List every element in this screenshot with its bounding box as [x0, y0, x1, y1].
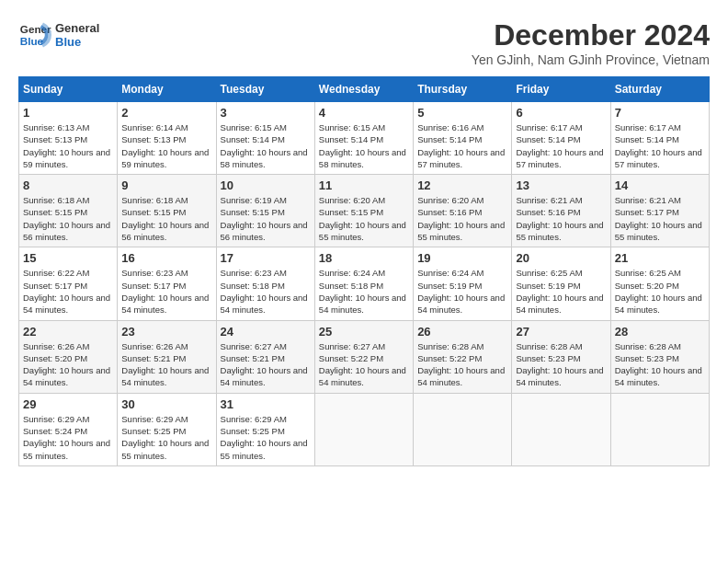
table-row: 14Sunrise: 6:21 AMSunset: 5:17 PMDayligh…	[610, 175, 709, 247]
calendar-week-5: 29Sunrise: 6:29 AMSunset: 5:24 PMDayligh…	[19, 393, 710, 465]
table-row: 9Sunrise: 6:18 AMSunset: 5:15 PMDaylight…	[118, 175, 216, 247]
calendar-week-2: 8Sunrise: 6:18 AMSunset: 5:15 PMDaylight…	[19, 175, 710, 247]
table-row: 15Sunrise: 6:22 AMSunset: 5:17 PMDayligh…	[19, 247, 118, 320]
table-row: 8Sunrise: 6:18 AMSunset: 5:15 PMDaylight…	[19, 175, 118, 247]
location-title: Yen GJinh, Nam GJinh Province, Vietnam	[472, 52, 710, 67]
col-thursday: Thursday	[414, 77, 512, 102]
table-row: 27Sunrise: 6:28 AMSunset: 5:23 PMDayligh…	[512, 320, 610, 393]
table-row: 3Sunrise: 6:15 AMSunset: 5:14 PMDaylight…	[216, 102, 314, 175]
table-row	[414, 393, 512, 465]
calendar-week-3: 15Sunrise: 6:22 AMSunset: 5:17 PMDayligh…	[19, 247, 710, 320]
table-row: 20Sunrise: 6:25 AMSunset: 5:19 PMDayligh…	[512, 247, 610, 320]
table-row: 7Sunrise: 6:17 AMSunset: 5:14 PMDaylight…	[610, 102, 709, 175]
logo: General Blue General Blue	[18, 18, 99, 52]
col-monday: Monday	[118, 77, 216, 102]
table-row: 28Sunrise: 6:28 AMSunset: 5:23 PMDayligh…	[610, 320, 709, 393]
table-row: 25Sunrise: 6:27 AMSunset: 5:22 PMDayligh…	[314, 320, 413, 393]
col-sunday: Sunday	[19, 77, 118, 102]
table-row: 2Sunrise: 6:14 AMSunset: 5:13 PMDaylight…	[118, 102, 216, 175]
table-row: 26Sunrise: 6:28 AMSunset: 5:22 PMDayligh…	[414, 320, 512, 393]
logo-text: General Blue	[55, 21, 99, 49]
table-row: 21Sunrise: 6:25 AMSunset: 5:20 PMDayligh…	[610, 247, 709, 320]
table-row	[512, 393, 610, 465]
calendar-week-4: 22Sunrise: 6:26 AMSunset: 5:20 PMDayligh…	[19, 320, 710, 393]
table-row: 29Sunrise: 6:29 AMSunset: 5:24 PMDayligh…	[19, 393, 118, 465]
logo-icon: General Blue	[18, 18, 51, 52]
table-row: 12Sunrise: 6:20 AMSunset: 5:16 PMDayligh…	[414, 175, 512, 247]
table-row: 31Sunrise: 6:29 AMSunset: 5:25 PMDayligh…	[216, 393, 314, 465]
table-row: 23Sunrise: 6:26 AMSunset: 5:21 PMDayligh…	[118, 320, 216, 393]
logo-line1: General	[55, 21, 99, 35]
table-row: 11Sunrise: 6:20 AMSunset: 5:15 PMDayligh…	[314, 175, 413, 247]
col-friday: Friday	[512, 77, 610, 102]
calendar-table: Sunday Monday Tuesday Wednesday Thursday…	[18, 76, 710, 466]
header-row: Sunday Monday Tuesday Wednesday Thursday…	[19, 77, 710, 102]
table-row: 30Sunrise: 6:29 AMSunset: 5:25 PMDayligh…	[118, 393, 216, 465]
table-row: 17Sunrise: 6:23 AMSunset: 5:18 PMDayligh…	[216, 247, 314, 320]
page-container: General Blue General Blue December 2024 …	[18, 18, 710, 466]
table-row: 22Sunrise: 6:26 AMSunset: 5:20 PMDayligh…	[19, 320, 118, 393]
table-row	[314, 393, 413, 465]
table-row: 4Sunrise: 6:15 AMSunset: 5:14 PMDaylight…	[314, 102, 413, 175]
table-row: 18Sunrise: 6:24 AMSunset: 5:18 PMDayligh…	[314, 247, 413, 320]
col-wednesday: Wednesday	[314, 77, 413, 102]
table-row: 10Sunrise: 6:19 AMSunset: 5:15 PMDayligh…	[216, 175, 314, 247]
col-tuesday: Tuesday	[216, 77, 314, 102]
table-row: 5Sunrise: 6:16 AMSunset: 5:14 PMDaylight…	[414, 102, 512, 175]
col-saturday: Saturday	[610, 77, 709, 102]
svg-text:Blue: Blue	[20, 35, 44, 47]
table-row: 16Sunrise: 6:23 AMSunset: 5:17 PMDayligh…	[118, 247, 216, 320]
calendar-week-1: 1Sunrise: 6:13 AMSunset: 5:13 PMDaylight…	[19, 102, 710, 175]
header: General Blue General Blue December 2024 …	[18, 18, 710, 67]
table-row: 24Sunrise: 6:27 AMSunset: 5:21 PMDayligh…	[216, 320, 314, 393]
logo-line2: Blue	[55, 35, 99, 49]
month-title: December 2024	[472, 18, 710, 52]
table-row: 13Sunrise: 6:21 AMSunset: 5:16 PMDayligh…	[512, 175, 610, 247]
table-row: 1Sunrise: 6:13 AMSunset: 5:13 PMDaylight…	[19, 102, 118, 175]
title-area: December 2024 Yen GJinh, Nam GJinh Provi…	[472, 18, 710, 67]
table-row: 6Sunrise: 6:17 AMSunset: 5:14 PMDaylight…	[512, 102, 610, 175]
table-row: 19Sunrise: 6:24 AMSunset: 5:19 PMDayligh…	[414, 247, 512, 320]
table-row	[610, 393, 709, 465]
